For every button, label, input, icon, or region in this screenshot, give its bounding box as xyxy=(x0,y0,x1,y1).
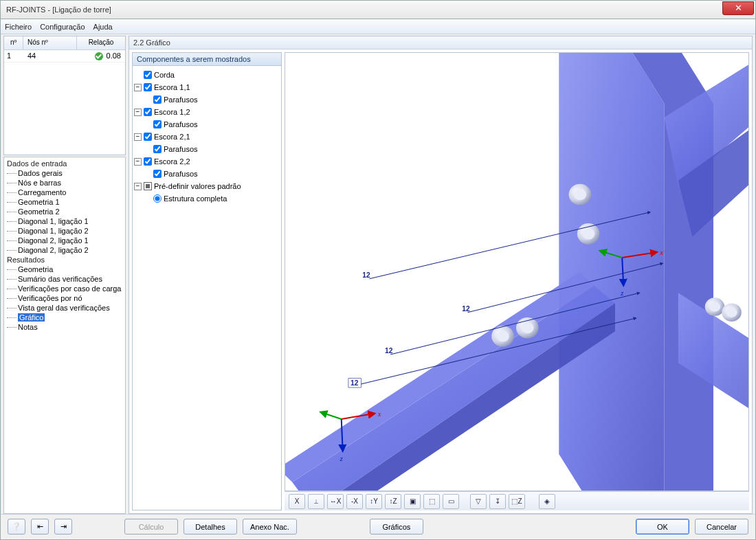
lbl-escora11: Escora 1,1 xyxy=(154,83,190,91)
lbl-corda: Corda xyxy=(154,71,175,79)
lbl-parafusos: Parafusos xyxy=(164,170,198,178)
lbl-parafusos: Parafusos xyxy=(164,95,198,104)
svg-marker-0 xyxy=(559,53,664,491)
menubar: Ficheiro Configuração Ajuda xyxy=(1,19,755,34)
svg-text:12: 12 xyxy=(362,271,370,279)
nav-item[interactable]: Vista geral das verificações xyxy=(4,303,125,313)
rb-estrutura[interactable] xyxy=(153,194,162,203)
nav-item[interactable]: Geometria 1 xyxy=(4,197,125,207)
lbl-estrutura: Estrutura completa xyxy=(164,194,227,203)
view-toolbar: X⟂↔X-X↕Y↕Z▣⬚▭▽↧⬚Z◈ xyxy=(285,491,749,510)
nav-item[interactable]: Verificações por caso de carga xyxy=(4,284,125,293)
cb-escora22[interactable] xyxy=(144,157,152,166)
svg-point-17 xyxy=(709,302,720,311)
section-title: 2.2 Gráfico xyxy=(129,36,752,49)
nav-item[interactable]: Sumário das verificações xyxy=(4,274,125,284)
col-n-header[interactable]: nº xyxy=(4,36,23,49)
view-tool-button[interactable]: ⟂ xyxy=(308,494,324,509)
cb-parafusos-11[interactable] xyxy=(153,95,162,104)
menu-file[interactable]: Ficheiro xyxy=(5,23,32,31)
nav-item[interactable]: Geometria 2 xyxy=(4,207,125,216)
view-tool-button[interactable]: ▣ xyxy=(404,494,421,509)
help-button[interactable]: ❔ xyxy=(8,519,25,535)
3d-viewport[interactable]: 12 12 12 12 x xyxy=(285,52,749,491)
svg-point-9 xyxy=(574,189,586,200)
cancel-button[interactable]: Cancelar xyxy=(695,519,748,535)
nav-section-results: Resultados xyxy=(4,255,125,265)
lbl-predef: Pré-definir valores padrão xyxy=(154,182,241,190)
svg-point-11 xyxy=(582,228,594,239)
lbl-parafusos: Parafusos xyxy=(164,120,198,128)
svg-text:12: 12 xyxy=(462,305,470,313)
nav-item[interactable]: Notas xyxy=(4,322,125,332)
nav-item[interactable]: Gráfico xyxy=(4,313,125,322)
nav-item[interactable]: Diagonal 1, ligação 1 xyxy=(4,216,125,226)
cb-escora11[interactable] xyxy=(144,83,152,91)
lbl-escora22: Escora 2,2 xyxy=(154,157,190,166)
cb-corda[interactable] xyxy=(144,71,152,79)
import-icon: ⇤ xyxy=(37,522,43,531)
cb-escora21[interactable] xyxy=(144,133,152,141)
view-tool-button[interactable]: X xyxy=(289,494,305,509)
col-rel-header[interactable]: Relação xyxy=(77,36,125,49)
nav-item[interactable]: Dados gerais xyxy=(4,168,125,178)
graphics-button[interactable]: Gráficos xyxy=(370,519,423,535)
view-tool-button[interactable]: ▭ xyxy=(443,494,459,509)
expand-icon[interactable]: − xyxy=(134,109,142,116)
ok-button[interactable]: OK xyxy=(636,519,689,535)
annex-button[interactable]: Anexo Nac. xyxy=(243,519,297,535)
view-tool-button[interactable]: ↕Z xyxy=(385,494,401,509)
components-tree: Corda −Escora 1,1 Parafusos −Escora 1,2 … xyxy=(133,66,281,510)
expand-icon[interactable]: − xyxy=(134,84,142,91)
nav-item[interactable]: Carregamento xyxy=(4,188,125,197)
components-panel: Componentes a serem mostrados Corda −Esc… xyxy=(132,52,282,510)
expand-icon[interactable]: − xyxy=(134,133,142,141)
window-title: RF-JOINTS - [Ligação de torre] xyxy=(6,5,111,14)
ok-icon xyxy=(95,52,103,60)
view-tool-button[interactable]: ⬚ xyxy=(423,494,440,509)
svg-text:x: x xyxy=(377,410,381,418)
menu-config[interactable]: Configuração xyxy=(40,23,85,31)
cell-rel: 0.08 xyxy=(77,50,125,62)
view-tool-button[interactable]: ⬚Z xyxy=(509,494,525,509)
svg-text:12: 12 xyxy=(351,379,359,387)
calc-button[interactable]: Cálculo xyxy=(124,519,178,535)
nav-item[interactable]: Diagonal 2, ligação 1 xyxy=(4,236,125,245)
cb-escora12[interactable] xyxy=(144,108,152,116)
cb-parafusos-12[interactable] xyxy=(153,120,162,128)
svg-text:z: z xyxy=(340,455,343,462)
cb-parafusos-21[interactable] xyxy=(153,145,162,153)
details-button[interactable]: Detalhes xyxy=(184,519,237,535)
view-tool-button[interactable]: ↕Y xyxy=(366,494,382,509)
view-tool-button[interactable]: ◈ xyxy=(539,494,555,509)
nav-item[interactable]: Verificações por nó xyxy=(4,293,125,303)
components-title: Componentes a serem mostrados xyxy=(133,53,281,66)
menu-help[interactable]: Ajuda xyxy=(93,23,113,31)
nav-tree: Dados de entrada Dados geraisNós e barra… xyxy=(3,157,126,514)
expand-icon[interactable]: − xyxy=(134,158,142,166)
nav-item[interactable]: Diagonal 2, ligação 2 xyxy=(4,245,125,255)
view-tool-button[interactable]: -X xyxy=(346,494,363,509)
close-button[interactable]: ✕ xyxy=(722,1,754,15)
bottom-bar: ❔ ⇤ ⇥ Cálculo Detalhes Anexo Nac. Gráfic… xyxy=(1,514,755,539)
svg-point-13 xyxy=(496,330,509,341)
nav-item[interactable]: Nós e barras xyxy=(4,178,125,188)
nav-item[interactable]: Geometria xyxy=(4,265,125,274)
table-row[interactable]: 1 44 0.08 xyxy=(4,50,125,63)
export-button[interactable]: ⇥ xyxy=(54,519,72,535)
export-icon: ⇥ xyxy=(60,522,67,531)
mixed-check-icon[interactable] xyxy=(144,182,152,190)
cb-parafusos-22[interactable] xyxy=(153,170,162,178)
import-button[interactable]: ⇤ xyxy=(31,519,49,535)
view-tool-button[interactable]: ↔X xyxy=(327,494,344,509)
col-nos-header[interactable]: Nós nº xyxy=(23,36,77,49)
nav-item[interactable]: Diagonal 1, ligação 2 xyxy=(4,226,125,236)
svg-text:12: 12 xyxy=(385,347,393,355)
results-mini-table: nº Nós nº Relação 1 44 0.08 xyxy=(3,36,126,155)
expand-icon[interactable]: − xyxy=(134,183,142,190)
cell-n: 1 xyxy=(4,50,23,62)
view-tool-button[interactable]: ↧ xyxy=(489,494,506,509)
help-icon: ❔ xyxy=(12,522,21,531)
view-tool-button[interactable]: ▽ xyxy=(470,494,487,509)
lbl-escora21: Escora 2,1 xyxy=(154,133,190,141)
